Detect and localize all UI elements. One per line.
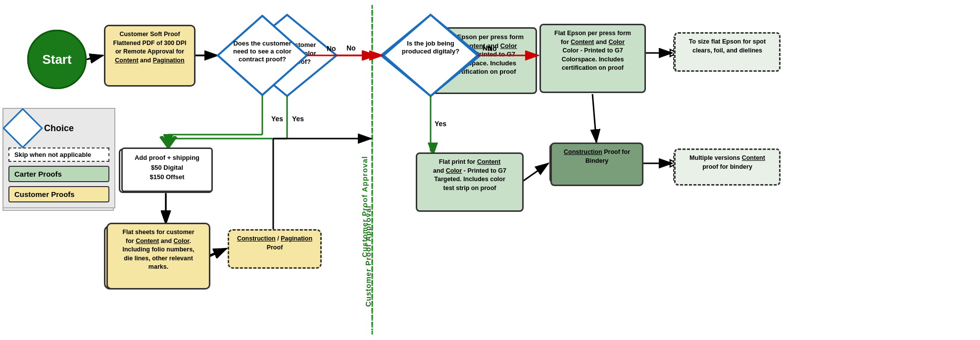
svg-line-3 bbox=[87, 55, 103, 59]
svg-text:need to see a color: need to see a color bbox=[258, 49, 316, 57]
svg-text:contract proof?: contract proof? bbox=[263, 58, 311, 65]
svg-line-16 bbox=[208, 248, 227, 257]
flowchart-container: Choice Skip when not applicable Carter P… bbox=[0, 0, 980, 340]
svg-text:Yes: Yes bbox=[292, 115, 304, 123]
svg-text:No: No bbox=[483, 44, 492, 52]
svg-text:Is the job being: Is the job being bbox=[407, 41, 454, 49]
svg-text:No: No bbox=[346, 44, 356, 52]
svg-text:Does the customer: Does the customer bbox=[258, 41, 316, 49]
flowchart-svg: Does the customer need to see a color co… bbox=[0, 0, 980, 340]
